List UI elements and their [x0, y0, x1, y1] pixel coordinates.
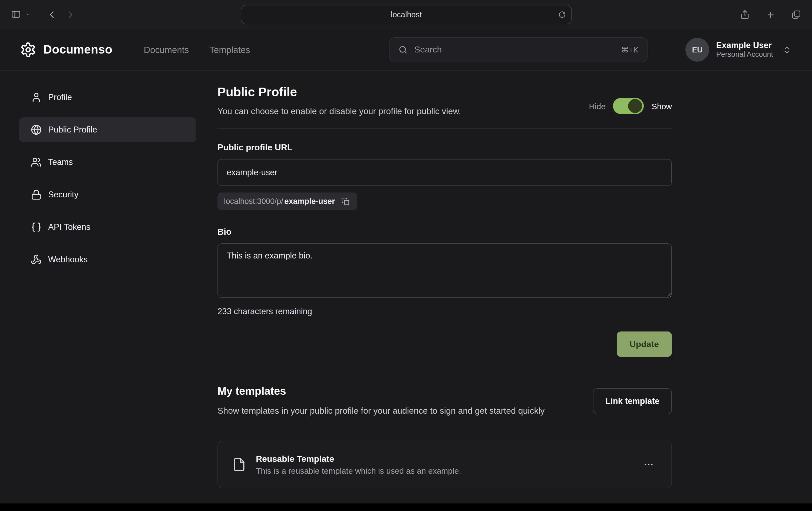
page-title: Public Profile	[218, 85, 461, 99]
ellipsis-icon	[643, 459, 654, 470]
url-text: localhost	[391, 10, 422, 19]
update-button[interactable]: Update	[617, 331, 672, 357]
app-header: Documenso Documents Templates ⌘+K EU Exa…	[0, 29, 812, 71]
sidebar-item-api-tokens[interactable]: API Tokens	[19, 215, 196, 240]
global-search[interactable]: ⌘+K	[389, 37, 647, 62]
sidebar-item-webhooks[interactable]: Webhooks	[19, 247, 196, 272]
search-shortcut: ⌘+K	[621, 46, 638, 54]
user-icon	[31, 92, 42, 103]
braces-icon	[31, 222, 42, 233]
visibility-toggle-group: Hide Show	[589, 98, 672, 114]
share-icon	[740, 10, 750, 20]
copy-icon	[341, 197, 349, 205]
chevron-right-icon	[65, 9, 75, 19]
my-templates-description: Show templates in your public profile fo…	[218, 404, 545, 418]
tabs-icon	[791, 10, 801, 20]
account-name: Example User	[716, 40, 773, 51]
profile-visibility-toggle[interactable]	[613, 98, 644, 114]
search-input[interactable]	[414, 45, 615, 55]
sidebar-item-label: Profile	[48, 92, 72, 102]
chevrons-up-down-icon	[782, 45, 791, 54]
browser-sidebar-toggle-button[interactable]	[9, 7, 23, 22]
my-templates-title: My templates	[218, 385, 545, 397]
browser-chrome: localhost	[0, 0, 812, 29]
browser-address-bar[interactable]: localhost	[241, 5, 572, 24]
show-label: Show	[651, 101, 672, 111]
webhook-icon	[31, 254, 42, 265]
nav-templates[interactable]: Templates	[209, 44, 250, 55]
browser-forward-button[interactable]	[63, 7, 77, 21]
profile-link-prefix: localhost:3000/p/	[224, 197, 283, 206]
sidebar-item-label: API Tokens	[48, 222, 90, 232]
avatar: EU	[686, 38, 709, 62]
sidebar-icon	[11, 9, 21, 20]
window-bottom-edge	[0, 504, 812, 511]
hide-label: Hide	[589, 101, 606, 111]
brand-name: Documenso	[43, 43, 112, 57]
sidebar-item-teams[interactable]: Teams	[19, 150, 196, 175]
globe-icon	[31, 124, 42, 135]
settings-sidebar: Profile Public Profile Teams Security	[19, 85, 196, 488]
reload-icon	[558, 11, 566, 19]
sidebar-item-security[interactable]: Security	[19, 182, 196, 207]
page-subtitle: You can choose to enable or disable your…	[218, 107, 461, 116]
chevron-down-icon[interactable]	[25, 11, 31, 17]
link-template-button[interactable]: Link template	[593, 388, 672, 414]
settings-content: Public Profile You can choose to enable …	[218, 85, 672, 488]
browser-new-tab-button[interactable]	[764, 8, 777, 21]
chars-remaining: 233 characters remaining	[218, 307, 672, 316]
copy-link-button[interactable]	[340, 196, 351, 206]
browser-back-button[interactable]	[45, 7, 59, 21]
browser-share-button[interactable]	[738, 7, 752, 22]
nav-documents[interactable]: Documents	[144, 44, 189, 55]
account-menu-trigger[interactable]: EU Example User Personal Account	[686, 38, 791, 62]
sidebar-item-profile[interactable]: Profile	[19, 85, 196, 110]
template-title: Reusable Template	[256, 453, 461, 465]
sidebar-item-label: Public Profile	[48, 125, 97, 134]
template-more-button[interactable]	[640, 456, 657, 474]
lock-icon	[31, 189, 42, 200]
bio-label: Bio	[218, 227, 672, 237]
section-divider	[218, 128, 672, 129]
toggle-knob	[628, 99, 642, 113]
browser-reload-button[interactable]	[558, 11, 566, 19]
public-url-input[interactable]	[218, 159, 672, 186]
template-card: Reusable Template This is a reusable tem…	[218, 441, 672, 488]
brand-logo[interactable]: Documenso	[20, 42, 112, 58]
profile-link-pill: localhost:3000/p/ example-user	[218, 192, 357, 210]
sidebar-item-label: Webhooks	[48, 255, 88, 264]
sidebar-item-label: Security	[48, 190, 79, 200]
chevron-left-icon	[47, 9, 57, 19]
browser-tab-overview-button[interactable]	[789, 7, 803, 22]
profile-link-slug: example-user	[284, 197, 335, 206]
public-url-label: Public profile URL	[218, 143, 672, 152]
sidebar-item-public-profile[interactable]: Public Profile	[19, 117, 196, 142]
main-nav: Documents Templates	[144, 44, 250, 55]
bio-textarea[interactable]	[218, 243, 672, 298]
plus-icon	[766, 10, 775, 19]
search-icon	[398, 45, 408, 55]
window: localhost Documenso Documents Templates	[0, 0, 812, 511]
account-type: Personal Account	[716, 51, 773, 60]
documenso-logo-icon	[20, 42, 36, 58]
template-description: This is a reusable template which is use…	[256, 465, 461, 476]
users-icon	[31, 157, 42, 168]
file-icon	[232, 458, 246, 472]
sidebar-item-label: Teams	[48, 157, 73, 167]
